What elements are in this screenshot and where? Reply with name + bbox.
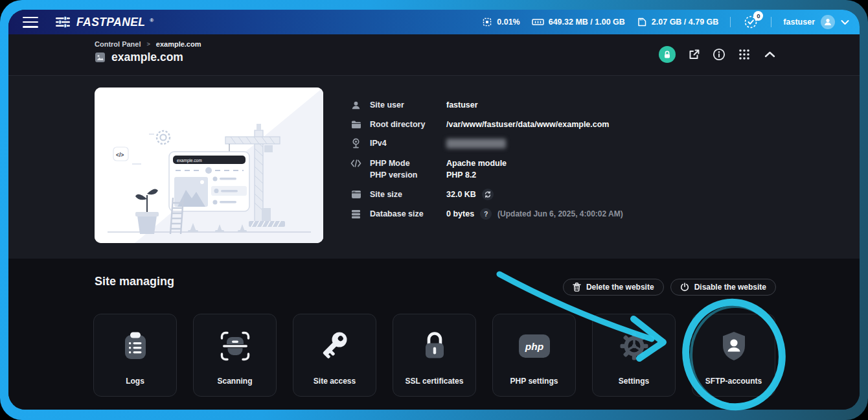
sftp-shield-icon [718, 330, 750, 365]
info-row-site-size: Site size 32.0 KB [350, 189, 494, 200]
info-row-ipv4: IPv4 [350, 137, 506, 149]
card-ssl-certificates[interactable]: SSL certificates [393, 314, 476, 397]
database-icon [350, 209, 361, 219]
php-icon: php [518, 330, 551, 365]
topbar-divider [771, 17, 771, 27]
user-menu[interactable]: fastuser [783, 15, 849, 29]
section-title: Site managing [95, 275, 174, 288]
svg-text:php: php [524, 341, 543, 352]
card-site-access[interactable]: Site access [293, 314, 376, 397]
person-icon [823, 18, 832, 27]
trash-icon [573, 283, 581, 292]
disk-usage-stat: 2.07 GB / 4.79 GB [637, 17, 719, 27]
cpu-usage-stat: 0.01% [482, 17, 520, 27]
info-row-php-mode: PHP Mode Apache module [350, 158, 507, 169]
disk-value: 2.07 GB / 4.79 GB [652, 18, 719, 27]
page-header: Control Panel > example.com example.com [8, 34, 860, 76]
user-icon [350, 100, 361, 110]
disable-website-button[interactable]: Disable the website [670, 279, 776, 296]
ram-icon [532, 18, 544, 27]
location-icon [350, 138, 361, 148]
card-settings[interactable]: Settings [592, 314, 676, 397]
svg-text:</>: </> [116, 152, 124, 158]
chevron-down-icon[interactable] [841, 19, 849, 25]
card-scanning[interactable]: Scanning [193, 314, 277, 397]
menu-hamburger-icon[interactable] [23, 17, 38, 28]
breadcrumb-current: example.com [156, 40, 201, 48]
ram-value: 649.32 MB / 1.00 GB [549, 18, 625, 27]
breadcrumb-control-panel[interactable]: Control Panel [95, 40, 141, 48]
info-row-database-size: Database size 0 bytes ? (Updated Jun 6, … [350, 208, 623, 220]
database-size-help-button[interactable]: ? [480, 208, 492, 220]
site-managing-section: Site managing Delete the website [8, 259, 860, 410]
illustration-domain: example.com [177, 158, 202, 163]
ram-usage-stat: 649.32 MB / 1.00 GB [532, 18, 625, 27]
screenshot-stage: FASTPANEL ® 0.01% [0, 0, 868, 420]
brand-registered-mark: ® [150, 18, 154, 23]
chevron-up-icon [764, 51, 775, 58]
ipv4-redacted-value [446, 139, 506, 148]
site-overview: example.com [8, 76, 860, 259]
grid-dots-icon [738, 49, 750, 60]
card-php-settings[interactable]: php PHP settings [492, 314, 576, 397]
database-size-updated-note: (Updated Jun 6, 2025, 4:00:02 AM) [497, 209, 623, 218]
page-title: example.com [111, 51, 183, 64]
browser-window-icon [350, 190, 361, 199]
cpu-value: 0.01% [497, 18, 520, 27]
info-row-site-user: Site user fastuser [350, 99, 478, 111]
disk-icon [637, 17, 647, 27]
delete-website-button[interactable]: Delete the website [563, 279, 664, 296]
site-thumbnail-icon [95, 52, 106, 63]
recalculate-size-button[interactable] [482, 189, 494, 200]
tasks-button[interactable]: 0 [742, 14, 759, 30]
folder-icon [350, 120, 361, 129]
brand-logo[interactable]: FASTPANEL ® [55, 16, 154, 29]
info-icon [713, 48, 725, 61]
info-row-root-directory: Root directory /var/www/fastuser/data/ww… [350, 119, 609, 130]
key-icon [319, 330, 351, 365]
username-label: fastuser [783, 18, 815, 27]
equalizer-icon [55, 16, 72, 28]
ssl-status-button[interactable] [659, 46, 676, 63]
breadcrumb-separator: > [147, 41, 150, 47]
breadcrumb: Control Panel > example.com [95, 40, 201, 48]
logs-icon [119, 330, 152, 365]
apps-grid-button[interactable] [737, 47, 751, 62]
topbar: FASTPANEL ® 0.01% [8, 10, 860, 34]
power-icon [680, 283, 689, 292]
avatar [821, 15, 835, 29]
lock-icon [663, 51, 671, 59]
scanning-icon [219, 330, 251, 365]
cpu-icon [482, 17, 492, 27]
gear-icon [618, 330, 650, 365]
topbar-divider [730, 17, 731, 27]
external-link-icon [688, 49, 700, 61]
info-row-php-version: PHP version PHP 8.2 [350, 169, 476, 181]
site-info-button[interactable] [712, 47, 726, 62]
collapse-button[interactable] [762, 47, 777, 62]
tasks-count-badge: 0 [753, 11, 763, 21]
app-window: FASTPANEL ® 0.01% [8, 10, 860, 410]
open-site-button[interactable] [687, 47, 701, 62]
card-logs[interactable]: Logs [93, 314, 177, 397]
brand-name: FASTPANEL [76, 16, 145, 29]
card-sftp-accounts[interactable]: SFTP-accounts [692, 314, 775, 397]
code-icon [350, 159, 361, 167]
site-illustration: example.com [95, 88, 323, 243]
ssl-lock-icon [418, 330, 451, 365]
refresh-icon [485, 191, 491, 198]
